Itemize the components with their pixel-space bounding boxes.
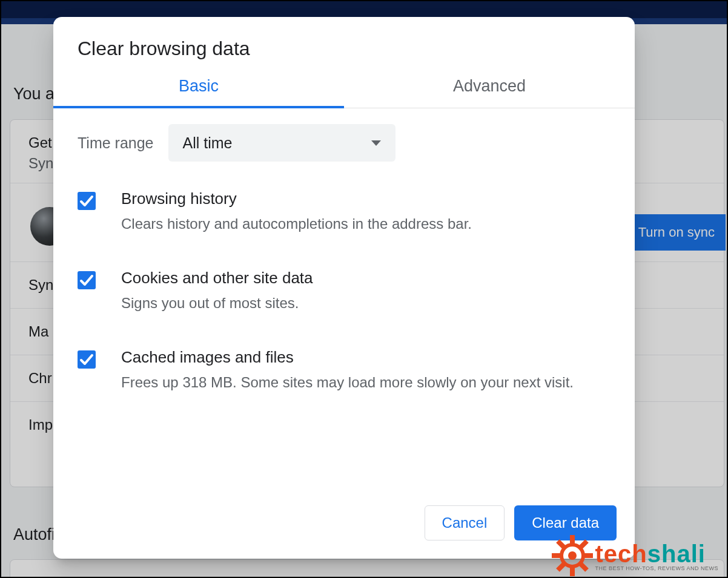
dialog-tabs: Basic Advanced: [53, 77, 635, 108]
checkmark-icon: [78, 192, 96, 210]
clear-data-button[interactable]: Clear data: [514, 505, 617, 540]
option-title: Cookies and other site data: [121, 269, 313, 287]
clear-browsing-data-dialog: Clear browsing data Basic Advanced Time …: [53, 17, 635, 559]
watermark-tagline: THE BEST HOW-TOS, REVIEWS AND NEWS: [595, 565, 718, 571]
option-desc: Frees up 318 MB. Some sites may load mor…: [121, 372, 574, 393]
gear-icon: [555, 538, 590, 573]
dialog-footer: Cancel Clear data: [53, 505, 635, 559]
checkbox-cookies[interactable]: [78, 271, 96, 289]
dialog-body: Time range All time Browsing history Cle…: [53, 108, 635, 505]
checkmark-icon: [78, 350, 96, 369]
checkmark-icon: [78, 271, 96, 289]
option-desc: Clears history and autocompletions in th…: [121, 213, 472, 235]
tab-basic[interactable]: Basic: [53, 77, 344, 108]
option-cached: Cached images and files Frees up 318 MB.…: [78, 348, 611, 393]
option-cookies: Cookies and other site data Signs you ou…: [78, 269, 611, 314]
option-browsing-history: Browsing history Clears history and auto…: [78, 189, 611, 235]
checkbox-cached[interactable]: [78, 350, 96, 369]
checkbox-browsing-history[interactable]: [78, 192, 96, 210]
cancel-button[interactable]: Cancel: [425, 505, 505, 540]
watermark: tech shali THE BEST HOW-TOS, REVIEWS AND…: [555, 538, 718, 573]
option-title: Cached images and files: [121, 348, 574, 367]
time-range-label: Time range: [78, 134, 154, 152]
watermark-brand-2: shali: [647, 540, 706, 568]
option-title: Browsing history: [121, 189, 472, 208]
time-range-row: Time range All time: [78, 124, 611, 162]
time-range-dropdown[interactable]: All time: [168, 124, 395, 162]
chevron-down-icon: [371, 140, 381, 146]
time-range-value: All time: [183, 134, 233, 152]
dialog-title: Clear browsing data: [53, 17, 635, 77]
watermark-brand-1: tech: [595, 540, 647, 568]
tab-advanced[interactable]: Advanced: [344, 77, 635, 108]
option-desc: Signs you out of most sites.: [121, 292, 313, 314]
